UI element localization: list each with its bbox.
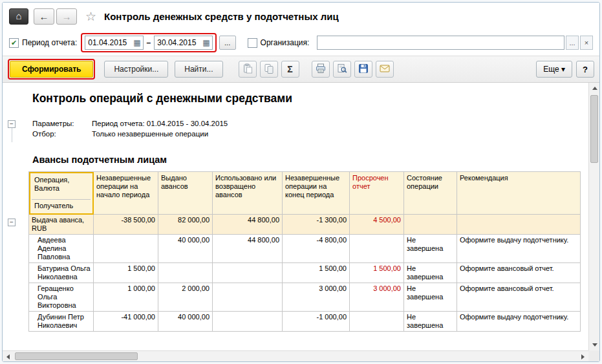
table-cell[interactable]: 1 500,00 bbox=[94, 263, 158, 283]
table-row: Батурина Ольга Николаевна 1 500,00 1 500… bbox=[29, 263, 581, 283]
table-cell[interactable]: Геращенко Ольга Викторовна bbox=[29, 283, 94, 312]
table-cell[interactable] bbox=[213, 312, 283, 332]
forward-arrow-icon: → bbox=[62, 11, 72, 22]
arrow-down-icon bbox=[592, 343, 597, 347]
table-cell[interactable]: 3 000,00 bbox=[283, 283, 350, 312]
table-cell[interactable] bbox=[350, 312, 404, 332]
organization-picker-button[interactable]: ... bbox=[566, 36, 579, 50]
more-button[interactable]: Еще ▾ bbox=[536, 61, 572, 78]
table-cell[interactable]: Батурина Ольга Николаевна bbox=[29, 263, 94, 283]
settings-button[interactable]: Настройки... bbox=[104, 61, 168, 78]
horizontal-scroll-thumb[interactable] bbox=[15, 352, 138, 360]
horizontal-scrollbar[interactable] bbox=[3, 350, 588, 361]
calendar-icon[interactable]: ▦ bbox=[202, 38, 210, 47]
table-cell[interactable]: Авдеева Аделина Павловна bbox=[29, 235, 94, 263]
table-cell[interactable]: 1 500,00 bbox=[350, 263, 404, 283]
header-cell-operation[interactable]: Операция, Валюта Получатель bbox=[29, 172, 94, 215]
print-preview-button[interactable] bbox=[333, 61, 351, 78]
page-title: Контроль денежных средств у подотчетных … bbox=[104, 11, 339, 22]
home-icon: ⌂ bbox=[16, 10, 21, 21]
scroll-left-button[interactable] bbox=[3, 351, 14, 361]
back-button[interactable]: ← bbox=[34, 8, 54, 25]
header-cell-end[interactable]: Незавершенные операции на конец периода bbox=[283, 172, 350, 215]
vertical-scroll-thumb[interactable] bbox=[590, 95, 598, 163]
filter-label: Отбор: bbox=[32, 129, 92, 139]
organization-input[interactable] bbox=[317, 36, 564, 50]
collapse-toggle-report[interactable]: − bbox=[8, 120, 16, 128]
forward-button[interactable]: → bbox=[56, 8, 77, 25]
table-cell[interactable]: 1 000,00 bbox=[94, 283, 158, 312]
table-cell[interactable]: Оформите выдачу подотчетнику. bbox=[457, 235, 581, 263]
report-content: Контроль операций с денежными средствами… bbox=[28, 83, 588, 350]
table-cell[interactable]: Не завершена bbox=[404, 263, 457, 283]
organization-label: Организация: bbox=[261, 38, 310, 47]
table-cell[interactable]: Не завершена bbox=[404, 235, 457, 263]
paste-special-button[interactable] bbox=[260, 61, 278, 78]
period-to-input[interactable] bbox=[157, 38, 201, 47]
table-cell[interactable]: 1 500,00 bbox=[283, 263, 350, 283]
table-cell[interactable]: 82 000,00 bbox=[158, 215, 213, 235]
check-icon: ✔ bbox=[11, 39, 17, 47]
table-cell[interactable]: -38 500,00 bbox=[94, 215, 158, 235]
header-cell-overdue[interactable]: Просрочен отчет bbox=[350, 172, 404, 215]
table-cell[interactable] bbox=[213, 283, 283, 312]
table-cell[interactable]: 3 000,00 bbox=[350, 283, 404, 312]
table-row-group: Выдача аванса, RUB -38 500,00 82 000,00 … bbox=[29, 215, 581, 235]
table-cell[interactable] bbox=[213, 263, 283, 283]
home-button[interactable]: ⌂ bbox=[9, 8, 28, 25]
table-cell[interactable]: -41 000,00 bbox=[94, 312, 158, 332]
table-cell[interactable]: -1 000,00 bbox=[283, 312, 350, 332]
table-cell[interactable]: -1 300,00 bbox=[283, 215, 350, 235]
table-cell[interactable]: 40 000,00 bbox=[158, 312, 213, 332]
table-cell[interactable]: -4 800,00 bbox=[283, 235, 350, 263]
favorite-star-icon[interactable]: ☆ bbox=[85, 9, 96, 24]
scroll-up-button[interactable] bbox=[589, 83, 599, 94]
table-cell[interactable]: Оформите авансовый отчет. bbox=[457, 263, 581, 283]
section-title: Авансы подотчетным лицам bbox=[32, 155, 588, 165]
paste-button[interactable] bbox=[239, 61, 257, 78]
organization-checkbox[interactable] bbox=[248, 38, 257, 48]
header-cell-recommendation[interactable]: Рекомендация bbox=[457, 172, 581, 215]
header-row: Операция, Валюта Получатель Незавершенны… bbox=[29, 172, 581, 215]
calendar-icon[interactable]: ▦ bbox=[133, 38, 140, 47]
period-picker-button[interactable]: ... bbox=[219, 36, 236, 50]
table-cell[interactable]: 40 000,00 bbox=[158, 235, 213, 263]
collapse-toggle-group[interactable]: − bbox=[8, 219, 16, 226]
table-cell[interactable]: 4 500,00 bbox=[350, 215, 404, 235]
table-cell[interactable]: 44 800,00 bbox=[213, 235, 283, 263]
table-cell[interactable]: 44 800,00 bbox=[213, 215, 283, 235]
send-email-button[interactable] bbox=[376, 61, 394, 78]
vertical-scrollbar[interactable] bbox=[588, 83, 599, 350]
scroll-down-button[interactable] bbox=[589, 339, 599, 350]
header-cell-start[interactable]: Незавершенные операции на начало периода bbox=[94, 172, 158, 215]
table-cell[interactable] bbox=[158, 263, 213, 283]
generate-button[interactable]: Сформировать bbox=[10, 61, 93, 78]
arrow-up-icon bbox=[592, 87, 597, 90]
header-cell-status[interactable]: Состояние операции bbox=[404, 172, 457, 215]
save-button[interactable] bbox=[354, 61, 372, 78]
find-button[interactable]: Найти... bbox=[175, 61, 222, 78]
table-cell[interactable]: Выдача аванса, RUB bbox=[29, 215, 94, 235]
organization-clear-button[interactable]: × bbox=[580, 36, 593, 50]
print-button[interactable] bbox=[312, 61, 330, 78]
table-cell[interactable]: Дубинин Петр Николаевич bbox=[29, 312, 94, 332]
table-cell[interactable]: Оформите авансовый отчет. bbox=[457, 283, 581, 312]
table-cell[interactable]: 2 000,00 bbox=[158, 283, 213, 312]
header-cell-issued[interactable]: Выдано авансов bbox=[158, 172, 213, 215]
table-cell[interactable]: Не завершена bbox=[404, 283, 457, 312]
period-from-input[interactable] bbox=[88, 38, 132, 47]
table-cell[interactable]: Не завершена bbox=[404, 312, 457, 332]
table-cell[interactable]: Оформите выдачу подотчетнику. bbox=[457, 312, 581, 332]
table-cell[interactable] bbox=[404, 215, 457, 235]
scroll-right-button[interactable] bbox=[577, 351, 588, 361]
table-cell[interactable] bbox=[457, 215, 581, 235]
help-button[interactable]: ? bbox=[576, 61, 594, 78]
header-cell-used[interactable]: Использовано или возвращено авансов bbox=[213, 172, 283, 215]
table-cell[interactable] bbox=[350, 235, 404, 263]
period-checkbox[interactable]: ✔ bbox=[9, 38, 19, 48]
sum-button[interactable]: Σ bbox=[281, 61, 299, 78]
arrow-right-icon bbox=[581, 354, 585, 359]
table-cell[interactable] bbox=[94, 235, 158, 263]
header-recipient: Получатель bbox=[32, 199, 91, 212]
save-floppy-icon bbox=[358, 63, 369, 76]
